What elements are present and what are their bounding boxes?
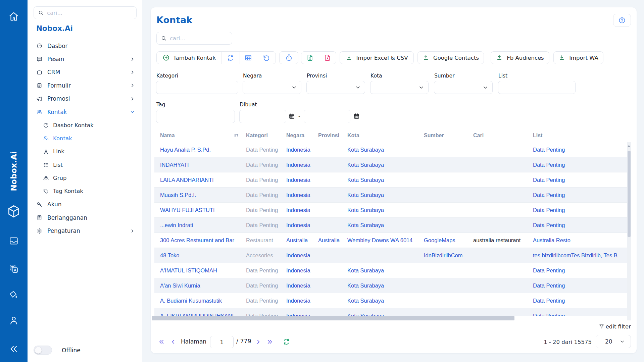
filter-input-dibuat-to[interactable]: [304, 110, 350, 123]
cell-nama[interactable]: Muasih S.Pd.I.: [154, 192, 243, 198]
cell-negara[interactable]: Australia: [284, 237, 315, 244]
sidebar-item-formulir[interactable]: Formulir: [28, 79, 142, 92]
column-header-list[interactable]: List: [530, 133, 627, 139]
cell-list[interactable]: Data Penting: [530, 298, 627, 304]
cell-kota[interactable]: Kota Surabaya: [345, 282, 421, 289]
column-header-cari[interactable]: Cari: [470, 133, 530, 139]
cell-negara[interactable]: Indonesia: [284, 282, 315, 289]
cell-nama[interactable]: A. FIKRI AMIRUDDIN IHSANI: [154, 313, 243, 316]
cell-list[interactable]: tes bizdirlibcomTes Bizdirlib, Tes B: [530, 252, 627, 259]
cell-negara[interactable]: Indonesia: [284, 298, 315, 304]
refresh-page-icon[interactable]: [283, 338, 290, 346]
reset-button[interactable]: [257, 52, 276, 64]
cell-kota[interactable]: Kota Surabaya: [345, 298, 421, 304]
cell-nama[interactable]: A'IMATUL ISTIQOMAH: [154, 267, 243, 274]
sidebar-item-list[interactable]: List: [28, 158, 142, 171]
table-row[interactable]: 300 Acres Restaurant and BarRestaurantAu…: [154, 233, 627, 248]
filter-select-negara[interactable]: [243, 81, 301, 94]
import-wa-button[interactable]: Import WA: [553, 51, 603, 64]
cell-negara[interactable]: Indonesia: [284, 177, 315, 183]
cell-kota[interactable]: Kota Surabaya: [345, 207, 421, 213]
sidebar-item-promosi[interactable]: Promosi: [28, 92, 142, 105]
sidebar-item-link[interactable]: Link: [28, 145, 142, 158]
sidebar-item-pesan[interactable]: Pesan: [28, 52, 142, 65]
cell-negara[interactable]: Indonesia: [284, 313, 315, 316]
cell-negara[interactable]: Indonesia: [284, 192, 315, 198]
cell-nama[interactable]: INDAHYATI: [154, 162, 243, 168]
column-header-negara[interactable]: Negara: [284, 133, 315, 139]
export-excel-button[interactable]: [301, 52, 319, 64]
sidebar-item-tag-kontak[interactable]: Tag Kontak: [28, 185, 142, 198]
cell-kota[interactable]: Kota Surabaya: [345, 313, 421, 316]
vertical-scrollbar[interactable]: [627, 142, 631, 320]
cell-list[interactable]: Data Penting: [530, 267, 627, 274]
sidebar-search[interactable]: [34, 6, 137, 19]
table-search[interactable]: [156, 32, 232, 45]
filter-input-kategori[interactable]: [156, 81, 238, 94]
table-row[interactable]: LAILA ANDHARIANTIData PentingIndonesiaKo…: [154, 172, 627, 188]
last-page-button[interactable]: [266, 339, 273, 345]
cell-nama[interactable]: 48 Toko: [154, 252, 243, 259]
calendar-icon[interactable]: [288, 113, 295, 120]
cell-nama[interactable]: WAHYU FUJI ASTUTI: [154, 207, 243, 213]
cell-list[interactable]: Data Penting: [530, 222, 627, 228]
vertical-scrollbar-thumb[interactable]: [628, 151, 631, 237]
filter-input-tag[interactable]: [156, 110, 235, 123]
table-row[interactable]: A. Budiarni KusumastutikData PentingIndo…: [154, 293, 627, 308]
cell-nama[interactable]: ...ewin Indrati: [154, 222, 243, 228]
column-header-kategori[interactable]: Kategori: [243, 133, 284, 139]
table-view-button[interactable]: [240, 52, 257, 64]
edit-filter-button[interactable]: edit filter: [599, 323, 631, 330]
sidebar-item-pengaturan[interactable]: Pengaturan: [28, 224, 142, 237]
scroll-up-arrow[interactable]: [628, 145, 630, 147]
table-row[interactable]: A'an Siwi KurniaData PentingIndonesiaKot…: [154, 278, 627, 293]
table-row[interactable]: A'IMATUL ISTIQOMAHData PentingIndonesiaK…: [154, 263, 627, 278]
calendar-icon[interactable]: [353, 113, 360, 120]
sidebar-item-kontak[interactable]: Kontak: [28, 105, 142, 118]
filter-select-provinsi[interactable]: [306, 81, 365, 94]
cell-nama[interactable]: Hayu Analia P, S.Pd.: [154, 147, 243, 153]
sort-icon[interactable]: [234, 133, 239, 139]
cell-negara[interactable]: Indonesia: [284, 162, 315, 168]
translate-icon[interactable]: [8, 263, 19, 274]
sidebar-item-dasbor[interactable]: Dasbor: [28, 39, 142, 52]
cell-nama[interactable]: 300 Acres Restaurant and Bar: [154, 237, 243, 244]
sidebar-search-input[interactable]: [47, 10, 132, 16]
schedule-button[interactable]: [279, 51, 298, 64]
filter-select-sumber[interactable]: [434, 81, 493, 94]
cell-list[interactable]: Data Penting: [530, 282, 627, 289]
cell-list[interactable]: Data Penting: [530, 162, 627, 168]
cell-list[interactable]: Data Penting: [530, 313, 627, 316]
google-contacts-button[interactable]: Google Contacts: [417, 51, 484, 64]
cell-sumber[interactable]: GoogleMaps: [421, 237, 470, 244]
horizontal-scrollbar[interactable]: [151, 316, 627, 320]
page-size-select[interactable]: 20: [596, 335, 631, 348]
home-icon[interactable]: [8, 11, 19, 22]
cell-kota[interactable]: Kota Surabaya: [345, 177, 421, 183]
table-row[interactable]: Hayu Analia P, S.Pd.Data PentingIndonesi…: [154, 142, 627, 157]
table-row[interactable]: ...ewin IndratiData PentingIndonesiaKota…: [154, 218, 627, 233]
sidebar-item-kontak[interactable]: Kontak: [28, 132, 142, 145]
first-page-button[interactable]: [158, 339, 165, 345]
table-row[interactable]: Muasih S.Pd.I.Data PentingIndonesiaKota …: [154, 188, 627, 203]
cell-kota[interactable]: Kota Surabaya: [345, 147, 421, 153]
table-row[interactable]: INDAHYATIData PentingIndonesiaKota Surab…: [154, 157, 627, 172]
cell-kota[interactable]: Kota Surabaya: [345, 192, 421, 198]
prev-page-button[interactable]: [170, 339, 177, 345]
cell-nama[interactable]: LAILA ANDHARIANTI: [154, 177, 243, 183]
cell-list[interactable]: Australia Resto: [530, 237, 627, 244]
nobox-logo-icon[interactable]: [6, 204, 21, 219]
cell-negara[interactable]: Indonesia: [284, 252, 315, 259]
cell-list[interactable]: Data Penting: [530, 177, 627, 183]
help-button[interactable]: [613, 14, 631, 27]
table-search-input[interactable]: [170, 35, 228, 42]
tambah-kontak-button[interactable]: Tambah Kontak: [157, 52, 221, 64]
impor-excel-csv-button[interactable]: Impor Excel & CSV: [340, 51, 414, 64]
user-icon[interactable]: [8, 315, 19, 326]
page-number-input[interactable]: [210, 336, 234, 348]
offline-toggle[interactable]: [34, 346, 52, 355]
next-page-button[interactable]: [255, 339, 262, 345]
filter-select-kota[interactable]: [370, 81, 429, 94]
cell-kota[interactable]: Wembley Downs WA 6014: [345, 237, 421, 244]
table-row[interactable]: 48 TokoAccesoriesIndonesiaIdnBizdirlibCo…: [154, 248, 627, 263]
